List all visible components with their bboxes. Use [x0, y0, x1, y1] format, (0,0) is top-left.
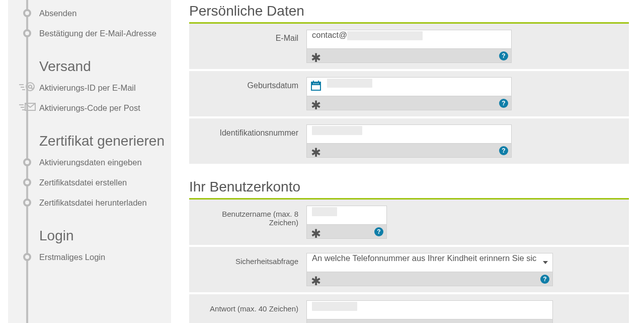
svg-point-15	[317, 83, 318, 84]
step-bullet-icon	[23, 199, 31, 207]
sidebar-heading-zertifikat: Zertifikat generieren	[8, 133, 171, 149]
sidebar-item-label: Aktivierungs-Code per Post	[39, 103, 140, 113]
form-row-sicherheitsabfrage: Sicherheitsabfrage An welche Telefonnumm…	[189, 247, 629, 294]
help-icon[interactable]: ?	[374, 227, 383, 236]
email-label: E-Mail	[193, 30, 306, 69]
sidebar-item-label: Zertifikatsdatei erstellen	[39, 178, 127, 187]
svg-rect-12	[318, 81, 319, 83]
hint-row: ✱	[306, 319, 553, 323]
form-row-idnr: Identifikationsnummer ✱ ?	[189, 118, 629, 166]
sicherheits-label: Sicherheitsabfrage	[193, 253, 306, 292]
mail-post-icon	[19, 101, 36, 114]
section-title-persoenliche-daten: Persönliche Daten	[189, 3, 629, 24]
idnr-field[interactable]	[306, 124, 512, 144]
sidebar-item-label: Erstmaliges Login	[39, 252, 105, 262]
svg-rect-11	[313, 81, 314, 83]
benutzer-label: Benutzername (max. 8 Zeichen)	[193, 206, 306, 245]
sidebar-item-bestaetigung[interactable]: Bestätigung der E-Mail-Adresse	[8, 23, 171, 43]
required-asterisk-icon: ✱	[311, 275, 321, 287]
required-asterisk-icon: ✱	[311, 228, 321, 240]
step-bullet-icon	[23, 9, 31, 17]
sidebar-item-label: Absenden	[39, 9, 76, 18]
redacted-text	[327, 79, 372, 88]
required-asterisk-icon: ✱	[311, 147, 321, 159]
antwort-field[interactable]	[306, 300, 553, 319]
help-icon[interactable]: ?	[499, 146, 508, 155]
form-row-benutzername: Benutzername (max. 8 Zeichen) ✱ ?	[189, 200, 629, 247]
required-asterisk-icon: ✱	[311, 99, 321, 111]
antwort-label: Antwort (max. 40 Zeichen)	[193, 300, 306, 323]
sidebar-item-label: Aktivierungs-ID per E-Mail	[39, 83, 136, 93]
sidebar-heading-login: Login	[8, 228, 171, 244]
hint-row: ✱ ?	[306, 49, 512, 63]
required-asterisk-icon: ✱	[311, 52, 321, 64]
main-content: Persönliche Daten E-Mail contact@ ✱ ? Ge…	[171, 0, 644, 323]
calendar-icon[interactable]	[310, 80, 321, 93]
sidebar-item-label: Bestätigung der E-Mail-Adresse	[39, 29, 156, 38]
geburtsdatum-field[interactable]	[306, 77, 512, 96]
sicherheitsabfrage-select[interactable]: An welche Telefonnummer aus Ihrer Kindhe…	[306, 253, 553, 272]
idnr-label: Identifikationsnummer	[193, 124, 306, 164]
step-bullet-icon	[23, 253, 31, 261]
svg-point-13	[313, 83, 314, 84]
chevron-down-icon	[543, 261, 548, 264]
sidebar-item-label: Aktivierungsdaten eingeben	[39, 158, 142, 167]
sidebar-item-zert-herunterladen[interactable]: Zertifikatsdatei herunterladen	[8, 192, 171, 213]
hint-row: ✱ ?	[306, 272, 553, 286]
redacted-text	[312, 302, 357, 311]
help-icon[interactable]: ?	[540, 275, 549, 284]
sidebar: Absenden Bestätigung der E-Mail-Adresse …	[8, 0, 171, 323]
section-title-benutzerkonto: Ihr Benutzerkonto	[189, 179, 629, 200]
step-bullet-icon	[23, 178, 31, 186]
sidebar-item-zert-erstellen[interactable]: Zertifikatsdatei erstellen	[8, 172, 171, 192]
redacted-text	[312, 207, 337, 216]
geburtsdatum-label: Geburtsdatum	[193, 77, 306, 116]
sidebar-item-aktivierung-email[interactable]: Aktivierungs-ID per E-Mail	[8, 78, 171, 98]
sidebar-item-erstlogin[interactable]: Erstmaliges Login	[8, 247, 171, 267]
step-bullet-icon	[23, 158, 31, 166]
svg-point-14	[315, 83, 316, 84]
hint-row: ✱ ?	[306, 96, 512, 110]
email-field[interactable]: contact@	[306, 30, 512, 49]
redacted-text	[312, 126, 362, 135]
form-row-antwort: Antwort (max. 40 Zeichen) ✱	[189, 294, 629, 323]
sidebar-item-absenden[interactable]: Absenden	[8, 3, 171, 23]
at-email-icon	[19, 81, 36, 94]
hint-row: ✱ ?	[306, 225, 387, 239]
svg-point-0	[26, 83, 34, 91]
help-icon[interactable]: ?	[499, 51, 508, 60]
sidebar-item-aktivierungsdaten[interactable]: Aktivierungsdaten eingeben	[8, 152, 171, 172]
form-row-email: E-Mail contact@ ✱ ?	[189, 24, 629, 71]
sidebar-item-label: Zertifikatsdatei herunterladen	[39, 198, 147, 208]
sidebar-item-aktivierung-post[interactable]: Aktivierungs-Code per Post	[8, 98, 171, 118]
benutzername-field[interactable]	[306, 206, 387, 225]
hint-row: ✱ ?	[306, 144, 512, 158]
sicherheitsabfrage-value: An welche Telefonnummer aus Ihrer Kindhe…	[306, 253, 553, 272]
form-row-geburtsdatum: Geburtsdatum	[189, 71, 629, 118]
help-icon[interactable]: ?	[499, 99, 508, 108]
sidebar-heading-versand: Versand	[8, 58, 171, 75]
redacted-text	[347, 31, 423, 40]
step-bullet-icon	[23, 29, 31, 37]
